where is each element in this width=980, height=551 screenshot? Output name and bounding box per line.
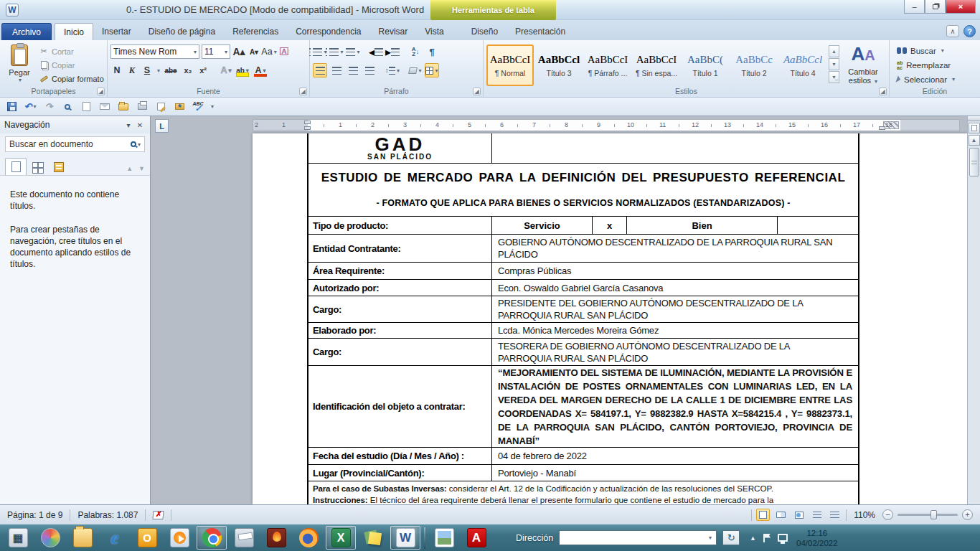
styles-scroll-up[interactable]: ▲: [829, 45, 839, 57]
styles-scroll-down[interactable]: ▼: [829, 58, 839, 70]
taskbar-sticky-notes-icon[interactable]: [358, 526, 388, 550]
left-indent-marker[interactable]: [304, 126, 311, 130]
show-paragraph-marks-button[interactable]: ¶: [425, 44, 439, 59]
font-color-button[interactable]: A▾: [253, 63, 268, 77]
horizontal-ruler[interactable]: 21123456789101112131415161718: [253, 119, 960, 131]
table-row-entidad[interactable]: Entidad Contratante: GOBIERNO AUTÓNOMO D…: [308, 234, 858, 262]
undo-icon[interactable]: ↶▾: [23, 100, 37, 114]
first-line-indent-marker[interactable]: [304, 121, 311, 124]
quick-edit-icon[interactable]: [154, 100, 168, 114]
table-row-area[interactable]: Área Requirente: Compras Públicas: [308, 262, 858, 279]
table-row-objeto[interactable]: Identificación del objeto a contratar: “…: [308, 365, 858, 447]
taskbar-photo-viewer-icon[interactable]: [429, 526, 459, 550]
font-size-combo[interactable]: 11▾: [202, 44, 230, 59]
multilevel-list-button[interactable]: ▾: [346, 44, 360, 59]
decrease-indent-button[interactable]: ◂: [369, 44, 383, 59]
tab-inicio[interactable]: Inicio: [55, 23, 93, 40]
table-row-product-type[interactable]: Tipo de producto: Servicio x Bien: [308, 216, 858, 234]
grow-font-button[interactable]: A▴: [232, 44, 245, 59]
next-result-arrow[interactable]: ▼: [138, 165, 145, 172]
highlight-color-button[interactable]: ab▾: [235, 63, 250, 77]
nav-tab-thumbnails[interactable]: [27, 158, 48, 175]
page-indicator[interactable]: Página: 1 de 9: [0, 505, 70, 524]
format-painter-button[interactable]: Copiar formato: [39, 72, 104, 85]
tab-revisar[interactable]: Revisar: [370, 23, 417, 40]
shrink-font-button[interactable]: A▾: [248, 44, 260, 59]
qat-more-button[interactable]: ▾: [211, 103, 214, 110]
strikethrough-button[interactable]: abe: [162, 63, 179, 77]
taskbar-word-icon[interactable]: W: [390, 526, 420, 550]
paste-dropdown-arrow[interactable]: ▾: [19, 77, 22, 83]
tab-diseno-de-pagina[interactable]: Diseño de página: [140, 23, 224, 40]
estilos-dialog-launcher[interactable]: ◢: [879, 88, 887, 95]
align-center-button[interactable]: [329, 63, 344, 77]
taskbar-outlook-icon[interactable]: O: [132, 526, 162, 550]
taskbar-file-explorer-icon[interactable]: [67, 526, 98, 550]
select-button[interactable]: Seleccionar▾: [897, 72, 977, 86]
spelling-icon[interactable]: ABC✓: [191, 100, 205, 114]
minimize-button[interactable]: –: [904, 0, 925, 14]
italic-button[interactable]: K: [126, 63, 138, 77]
align-right-button[interactable]: [346, 63, 360, 77]
bold-button[interactable]: N: [110, 63, 123, 77]
help-icon[interactable]: ?: [963, 25, 976, 37]
address-dropdown-arrow[interactable]: ▾: [705, 531, 716, 545]
word-count[interactable]: Palabras: 1.087: [70, 505, 145, 524]
address-input[interactable]: ▾: [559, 530, 717, 545]
tab-archivo[interactable]: Archivo: [1, 23, 52, 40]
table-row-elaborado[interactable]: Elaborado por: Lcda. Mónica Mercedes Mor…: [308, 322, 858, 338]
navigation-pane-close-icon[interactable]: ✕: [134, 119, 146, 131]
taskbar-calculator-icon[interactable]: ▦: [3, 526, 33, 550]
line-spacing-button[interactable]: ↕▾: [385, 63, 400, 77]
zoom-in-button[interactable]: +: [962, 509, 973, 520]
tab-referencias[interactable]: Referencias: [224, 23, 287, 40]
table-row-autorizado[interactable]: Autorizado por: Econ. Oswaldo Gabriel Ga…: [308, 279, 858, 296]
justify-button[interactable]: [362, 63, 377, 77]
taskbar-internet-explorer-icon[interactable]: e: [100, 526, 130, 550]
table-row-logo[interactable]: GAD SAN PLÁCIDO: [308, 133, 858, 163]
numbering-button[interactable]: ▾: [329, 44, 344, 59]
print-icon[interactable]: [135, 100, 149, 114]
previous-result-arrow[interactable]: ▲: [126, 165, 133, 172]
table-row-fecha[interactable]: Fecha del estudio (Día / Mes / Año) : 04…: [308, 447, 858, 464]
table-row-lugar[interactable]: Lugar (Provincial/Cantón): Portoviejo - …: [308, 464, 858, 481]
zoom-out-button[interactable]: −: [882, 509, 893, 520]
print-preview-icon[interactable]: [60, 100, 75, 114]
table-row-notes[interactable]: Para el caso de Subastas Inversas: consi…: [308, 481, 858, 504]
view-print-layout-button[interactable]: [756, 509, 770, 521]
tab-vista[interactable]: Vista: [416, 23, 452, 40]
taskbar-media-player-icon[interactable]: [164, 526, 194, 550]
bullets-button[interactable]: ▾: [313, 44, 327, 59]
subscript-button[interactable]: x₂: [182, 63, 194, 77]
split-handle[interactable]: [968, 116, 980, 121]
superscript-button[interactable]: x²: [197, 63, 209, 77]
minimize-ribbon-button[interactable]: ∧: [946, 25, 959, 37]
spellcheck-status-icon[interactable]: [146, 505, 171, 524]
save-icon[interactable]: [4, 100, 19, 114]
view-full-screen-reading-button[interactable]: [774, 509, 788, 521]
document-table[interactable]: GAD SAN PLÁCIDO ESTUDIO DE MERCADO PARA …: [307, 133, 859, 504]
fuente-dialog-launcher[interactable]: ◢: [299, 88, 307, 95]
style-card-párrafo[interactable]: AaBbCcI¶ Párrafo ...: [584, 44, 631, 86]
right-indent-marker[interactable]: [879, 126, 885, 130]
taskbar-excel-icon[interactable]: X: [326, 526, 356, 550]
style-card-normal[interactable]: AaBbCcI¶ Normal: [486, 44, 534, 86]
borders-button[interactable]: ▾: [425, 63, 439, 77]
portapapeles-dialog-launcher[interactable]: ◢: [97, 88, 105, 95]
replace-button[interactable]: abac Reemplazar: [897, 58, 977, 72]
open-folder-icon[interactable]: [116, 100, 131, 114]
cut-button[interactable]: ✂ Cortar: [39, 45, 104, 57]
styles-gallery-expand[interactable]: ▼̲: [829, 71, 839, 83]
change-styles-button[interactable]: AA Cambiar estilos ▾: [841, 44, 885, 85]
tab-insertar[interactable]: Insertar: [93, 23, 140, 40]
paste-button[interactable]: Pegar ▾: [3, 44, 36, 85]
taskbar-firefox-icon[interactable]: [293, 526, 324, 550]
document-search-input[interactable]: Buscar en documento ▾: [5, 136, 145, 152]
underline-dropdown-arrow[interactable]: ▾: [157, 67, 160, 74]
new-document-icon[interactable]: [79, 100, 93, 114]
view-web-layout-button[interactable]: [792, 509, 806, 521]
envelope-icon[interactable]: [98, 100, 112, 114]
tab-correspondencia[interactable]: Correspondencia: [287, 23, 369, 40]
view-outline-button[interactable]: [810, 509, 824, 521]
underline-button[interactable]: S: [141, 63, 154, 77]
